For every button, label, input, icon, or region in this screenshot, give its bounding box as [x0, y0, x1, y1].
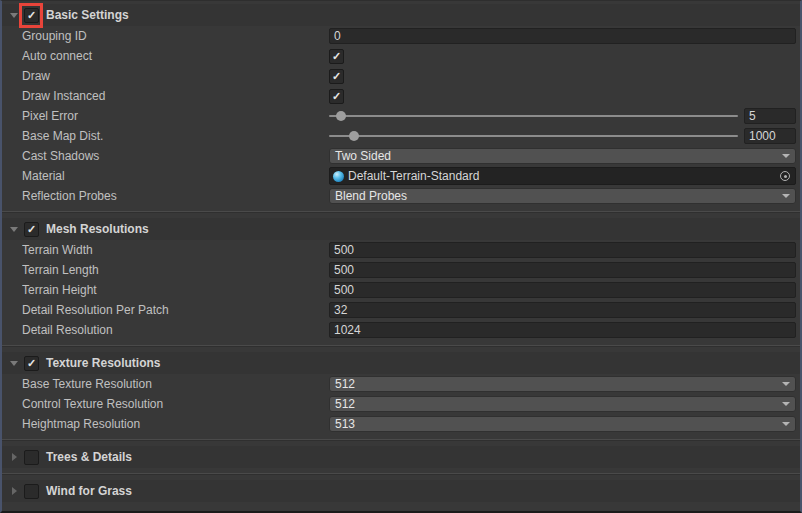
pixel-error-value-input[interactable]: 5	[744, 108, 796, 124]
section-checkbox-wind-for-grass[interactable]	[24, 484, 39, 499]
section-separator	[2, 434, 800, 446]
row-pixel-error: Pixel Error5	[2, 106, 800, 126]
base-texture-resolution-dropdown[interactable]: 512	[329, 376, 796, 392]
cast-shadows-dropdown[interactable]: Two Sided	[329, 148, 796, 164]
section-header-basic-settings[interactable]: ✓Basic Settings	[2, 4, 800, 26]
foldout-expanded-icon[interactable]	[7, 227, 21, 232]
row-base-texture-resolution: Base Texture Resolution512	[2, 374, 800, 394]
chevron-down-icon	[782, 402, 790, 406]
cast-shadows-dropdown-value: Two Sided	[335, 149, 391, 163]
row-label-detail-resolution: Detail Resolution	[22, 323, 329, 337]
section-separator	[2, 468, 800, 480]
row-control-texture-resolution: Control Texture Resolution512	[2, 394, 800, 414]
chevron-down-icon	[782, 154, 790, 158]
row-label-draw-instanced: Draw Instanced	[22, 89, 329, 103]
row-detail-resolution: Detail Resolution1024	[2, 320, 800, 340]
section-checkbox-wrap-wind-for-grass	[24, 484, 39, 499]
row-label-draw: Draw	[22, 69, 329, 83]
base-texture-resolution-dropdown-value: 512	[335, 377, 355, 391]
checkmark-icon: ✓	[332, 50, 341, 61]
row-label-base-texture-resolution: Base Texture Resolution	[22, 377, 329, 391]
section-header-wind-for-grass[interactable]: Wind for Grass	[2, 480, 800, 502]
row-cast-shadows: Cast ShadowsTwo Sided	[2, 146, 800, 166]
section-header-texture-resolutions[interactable]: ✓Texture Resolutions	[2, 352, 800, 374]
terrain-width-input[interactable]: 500	[329, 242, 796, 258]
triangle-down-icon	[10, 227, 18, 232]
auto-connect-checkbox[interactable]: ✓	[329, 49, 344, 64]
reflection-probes-dropdown-value: Blend Probes	[335, 189, 407, 203]
row-reflection-probes: Reflection ProbesBlend Probes	[2, 186, 800, 206]
row-label-material: Material	[22, 169, 329, 183]
section-checkbox-texture-resolutions[interactable]: ✓	[24, 356, 39, 371]
section-header-mesh-resolutions[interactable]: ✓Mesh Resolutions	[2, 218, 800, 240]
field-area-terrain-width: 500	[329, 242, 796, 258]
row-label-terrain-length: Terrain Length	[22, 263, 329, 277]
object-picker-icon[interactable]	[777, 168, 793, 184]
field-area-terrain-length: 500	[329, 262, 796, 278]
reflection-probes-dropdown[interactable]: Blend Probes	[329, 188, 796, 204]
control-texture-resolution-dropdown[interactable]: 512	[329, 396, 796, 412]
checkmark-icon: ✓	[332, 70, 341, 81]
section-checkbox-trees-details[interactable]	[24, 450, 39, 465]
foldout-collapsed-icon[interactable]	[7, 487, 21, 495]
material-object-name: Default-Terrain-Standard	[348, 169, 479, 183]
field-area-terrain-height: 500	[329, 282, 796, 298]
section-checkbox-mesh-resolutions[interactable]: ✓	[24, 222, 39, 237]
field-area-auto-connect: ✓	[329, 49, 796, 64]
field-area-base-map-dist: 1000	[329, 128, 796, 144]
triangle-right-icon	[12, 487, 17, 495]
foldout-expanded-icon[interactable]	[7, 361, 21, 366]
heightmap-resolution-dropdown[interactable]: 513	[329, 416, 796, 432]
foldout-expanded-icon[interactable]	[7, 13, 21, 18]
draw-instanced-checkbox[interactable]: ✓	[329, 89, 344, 104]
field-area-pixel-error: 5	[329, 108, 796, 124]
field-area-cast-shadows: Two Sided	[329, 148, 796, 164]
slider-track	[329, 135, 738, 137]
row-label-cast-shadows: Cast Shadows	[22, 149, 329, 163]
object-picker-dot	[784, 175, 787, 178]
field-area-grouping-id: 0	[329, 28, 796, 44]
row-terrain-width: Terrain Width500	[2, 240, 800, 260]
section-checkbox-wrap-trees-details	[24, 450, 39, 465]
base-map-dist-slider-handle[interactable]	[349, 131, 359, 141]
row-material: MaterialDefault-Terrain-Standard	[2, 166, 800, 186]
detail-resolution-input[interactable]: 1024	[329, 322, 796, 338]
draw-checkbox[interactable]: ✓	[329, 69, 344, 84]
foldout-collapsed-icon[interactable]	[7, 453, 21, 461]
checkmark-icon: ✓	[27, 9, 36, 20]
section-checkbox-wrap-texture-resolutions: ✓	[24, 356, 39, 371]
material-sphere-icon	[333, 171, 344, 182]
material-object-field[interactable]: Default-Terrain-Standard	[329, 167, 796, 185]
base-map-dist-value-input[interactable]: 1000	[744, 128, 796, 144]
chevron-down-icon	[782, 382, 790, 386]
row-draw-instanced: Draw Instanced✓	[2, 86, 800, 106]
row-label-grouping-id: Grouping ID	[22, 29, 329, 43]
row-label-base-map-dist: Base Map Dist.	[22, 129, 329, 143]
section-checkbox-wrap-basic-settings: ✓	[24, 8, 39, 23]
field-area-reflection-probes: Blend Probes	[329, 188, 796, 204]
base-map-dist-slider[interactable]	[329, 128, 738, 144]
pixel-error-slider[interactable]	[329, 108, 738, 124]
row-grouping-id: Grouping ID0	[2, 26, 800, 46]
field-area-material: Default-Terrain-Standard	[329, 167, 796, 185]
row-label-pixel-error: Pixel Error	[22, 109, 329, 123]
grouping-id-input[interactable]: 0	[329, 28, 796, 44]
terrain-length-input[interactable]: 500	[329, 262, 796, 278]
triangle-down-icon	[10, 361, 18, 366]
field-area-detail-resolution: 1024	[329, 322, 796, 338]
row-draw: Draw✓	[2, 66, 800, 86]
detail-resolution-per-patch-input[interactable]: 32	[329, 302, 796, 318]
section-title-trees-details: Trees & Details	[46, 450, 132, 464]
section-title-texture-resolutions: Texture Resolutions	[46, 356, 160, 370]
row-label-terrain-width: Terrain Width	[22, 243, 329, 257]
terrain-height-input[interactable]: 500	[329, 282, 796, 298]
field-area-draw: ✓	[329, 69, 796, 84]
section-checkbox-basic-settings[interactable]: ✓	[24, 8, 39, 23]
pixel-error-slider-handle[interactable]	[336, 111, 346, 121]
unity-inspector-terrain-panel: ✓Basic SettingsGrouping ID0Auto connect✓…	[0, 0, 802, 513]
section-header-trees-details[interactable]: Trees & Details	[2, 446, 800, 468]
triangle-down-icon	[10, 13, 18, 18]
checkmark-icon: ✓	[332, 90, 341, 101]
field-area-heightmap-resolution: 513	[329, 416, 796, 432]
chevron-down-icon	[782, 422, 790, 426]
